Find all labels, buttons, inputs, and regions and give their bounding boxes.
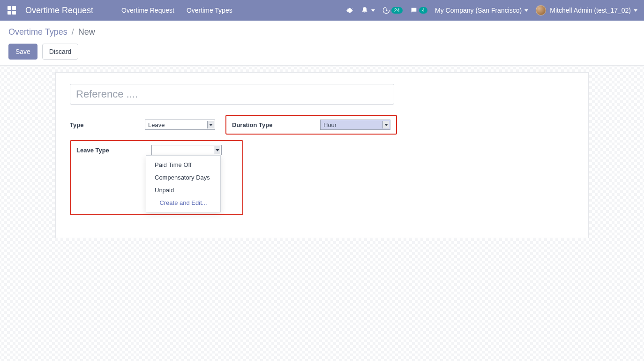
type-field: Type Leave — [70, 115, 215, 135]
navbar: Overtime Request Overtime Request Overti… — [0, 0, 644, 21]
type-label: Type — [70, 121, 145, 128]
activities-badge: 24 — [391, 7, 403, 14]
leave-type-label: Leave Type — [76, 147, 151, 154]
reference-input[interactable] — [70, 84, 394, 105]
app-title: Overtime Request — [25, 6, 93, 15]
content-area: Type Leave Duration Type Hour Leave Type — [0, 66, 644, 361]
user-menu[interactable]: Mitchell Admin (test_17_02) — [536, 5, 637, 15]
duration-type-value: Hour — [323, 121, 337, 128]
activities-button[interactable]: 24 — [382, 7, 403, 14]
duration-type-select[interactable]: Hour — [320, 120, 390, 130]
save-button[interactable]: Save — [8, 44, 37, 60]
control-panel: Overtime Types / New Save Discard — [0, 21, 644, 66]
dropdown-create-edit[interactable]: Create and Edit... — [146, 196, 220, 209]
breadcrumb-parent[interactable]: Overtime Types — [8, 27, 67, 37]
breadcrumb-current: New — [78, 27, 95, 37]
breadcrumb: Overtime Types / New — [8, 27, 636, 37]
discuss-button[interactable]: 4 — [410, 7, 427, 14]
notifications-icon[interactable] — [361, 7, 375, 14]
dropdown-option-unpaid[interactable]: Unpaid — [146, 184, 220, 196]
user-label: Mitchell Admin (test_17_02) — [550, 7, 631, 14]
company-label: My Company (San Francisco) — [435, 7, 522, 14]
chevron-down-icon — [214, 146, 220, 154]
dropdown-option-comp[interactable]: Compensatory Days — [146, 171, 220, 184]
leave-type-select[interactable] — [151, 145, 222, 155]
apps-icon[interactable] — [7, 5, 17, 15]
menu-overtime-request[interactable]: Overtime Request — [121, 7, 174, 14]
chevron-down-icon — [207, 121, 214, 128]
dropdown-option-pto[interactable]: Paid Time Off — [146, 158, 220, 171]
type-select[interactable]: Leave — [145, 120, 215, 130]
leave-type-dropdown: Paid Time Off Compensatory Days Unpaid C… — [146, 155, 221, 212]
type-value: Leave — [148, 121, 165, 128]
form-sheet: Type Leave Duration Type Hour Leave Type — [55, 72, 589, 238]
duration-type-label: Duration Type — [232, 121, 307, 128]
avatar — [536, 5, 546, 15]
leave-type-section: Leave Type Paid Time Off Compensatory Da… — [70, 140, 243, 215]
company-switcher[interactable]: My Company (San Francisco) — [435, 7, 528, 14]
chevron-down-icon — [382, 121, 389, 128]
discard-button[interactable]: Discard — [42, 44, 78, 60]
menu-overtime-types[interactable]: Overtime Types — [187, 7, 232, 14]
debug-icon[interactable] — [346, 7, 353, 14]
duration-type-section: Duration Type Hour — [225, 115, 397, 135]
discuss-badge: 4 — [419, 7, 427, 14]
